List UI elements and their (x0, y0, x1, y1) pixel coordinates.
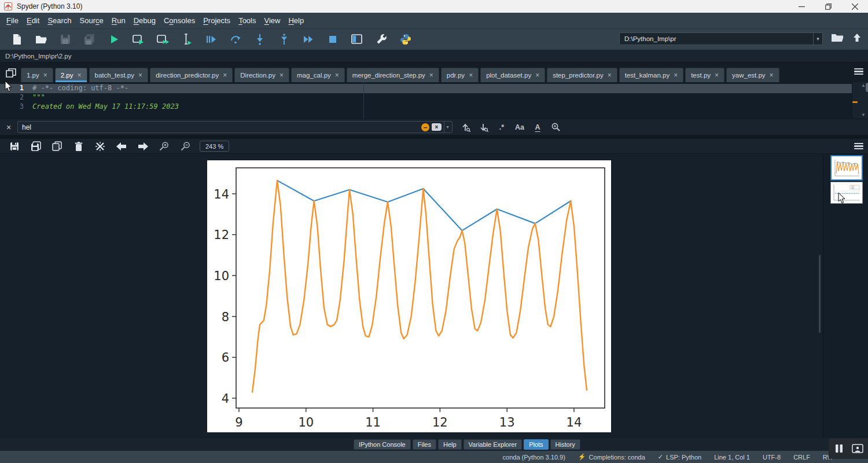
stop-icon[interactable] (321, 31, 345, 48)
remove-plot-icon[interactable] (68, 139, 89, 153)
menu-item[interactable]: Search (43, 14, 75, 27)
copy-plot-icon[interactable] (46, 139, 68, 153)
step-into-icon[interactable] (248, 31, 272, 48)
clear-search-icon[interactable]: × (432, 123, 442, 131)
close-tab-icon[interactable]: × (674, 72, 678, 79)
next-plot-icon[interactable] (132, 139, 153, 153)
close-tab-icon[interactable]: × (715, 72, 719, 79)
editor-tab[interactable]: merge_direction_step.py × (347, 68, 439, 82)
plots-scrollbar[interactable] (819, 255, 821, 333)
scroll-up-icon[interactable]: ▲ (861, 82, 866, 89)
search-history-dropdown-icon[interactable]: ▾ (444, 122, 451, 133)
close-button[interactable] (841, 0, 868, 13)
close-find-icon[interactable]: × (0, 123, 17, 132)
editor-tab[interactable]: 2.py × (55, 68, 87, 82)
minimize-button[interactable] (788, 0, 815, 13)
run-selection-icon[interactable] (175, 31, 199, 48)
zoom-out-icon[interactable] (175, 139, 196, 153)
save-all-plots-icon[interactable] (25, 139, 46, 153)
run-file-icon[interactable] (102, 31, 126, 48)
editor-tab-label: yaw_est.py (732, 72, 766, 79)
menu-item[interactable]: Help (284, 14, 308, 27)
editor-options-menu-icon[interactable] (854, 68, 863, 75)
scrollbar-thumb[interactable] (866, 83, 868, 92)
close-tab-icon[interactable]: × (223, 72, 227, 79)
search-input[interactable] (18, 123, 421, 131)
find-in-files-icon[interactable] (549, 122, 562, 133)
case-sensitive-toggle[interactable]: Aa (513, 122, 526, 133)
python-env-icon[interactable] (393, 31, 418, 48)
close-tab-icon[interactable]: × (279, 72, 284, 79)
webcam-icon[interactable] (850, 441, 865, 456)
menu-item[interactable]: Consoles (160, 14, 199, 27)
plot-thumbnail-selected[interactable] (830, 155, 863, 181)
remove-all-plots-icon[interactable] (89, 139, 111, 153)
save-all-icon[interactable] (78, 31, 102, 48)
editor-tab[interactable]: yaw_est.py × (726, 68, 779, 82)
editor-tab[interactable]: mag_cal.py × (291, 68, 345, 82)
menu-item[interactable]: View (260, 14, 284, 27)
menu-item[interactable]: File (2, 14, 23, 27)
zoom-in-icon[interactable] (153, 139, 175, 153)
pane-tab[interactable]: Plots (524, 439, 548, 450)
menu-item[interactable]: Projects (199, 14, 234, 27)
editor-tab[interactable]: Direction.py × (234, 68, 289, 82)
close-tab-icon[interactable]: × (608, 72, 612, 79)
parent-directory-icon[interactable] (852, 32, 862, 45)
restore-button[interactable] (815, 0, 841, 13)
pane-tab[interactable]: Help (438, 439, 462, 450)
run-cell-icon[interactable] (126, 31, 150, 48)
browse-directory-icon[interactable] (831, 32, 844, 45)
close-tab-icon[interactable]: × (138, 72, 142, 79)
editor-tab[interactable]: step_predictor.py × (547, 68, 617, 82)
close-tab-icon[interactable]: × (335, 72, 339, 79)
menu-item[interactable]: Edit (23, 14, 43, 27)
editor-tab[interactable]: plot_dataset.py × (480, 68, 545, 82)
close-tab-icon[interactable]: × (429, 72, 433, 79)
pane-tab[interactable]: Files (413, 439, 436, 450)
plots-options-menu-icon[interactable] (854, 143, 863, 149)
step-out-icon[interactable] (272, 31, 296, 48)
find-next-icon[interactable] (477, 122, 490, 133)
menu-item[interactable]: Run (108, 14, 130, 27)
pane-splitter[interactable] (0, 135, 868, 139)
close-tab-icon[interactable]: × (43, 72, 47, 79)
find-previous-icon[interactable] (459, 122, 472, 133)
menu-item[interactable]: Debug (130, 14, 160, 27)
whole-words-toggle[interactable]: A (531, 122, 544, 133)
pause-icon[interactable] (832, 441, 847, 456)
pane-tab[interactable]: Variable Explorer (464, 439, 523, 450)
chevron-down-icon[interactable]: ▾ (813, 33, 822, 45)
debug-file-icon[interactable] (199, 31, 223, 48)
editor-scrollbar[interactable]: ▲ ▼ (859, 82, 868, 119)
code-editor[interactable]: 1 # -*- coding: utf-8 -*- 2 """ 3 Create… (0, 82, 868, 119)
continue-execution-icon[interactable] (296, 31, 321, 48)
scroll-down-icon[interactable]: ▼ (861, 112, 866, 119)
pane-tab[interactable]: History (550, 439, 580, 450)
editor-tab[interactable]: pdr.py × (441, 68, 479, 82)
menu-item[interactable]: Tools (234, 14, 260, 27)
new-file-icon[interactable] (5, 31, 29, 48)
pane-tab[interactable]: IPython Console (354, 439, 411, 450)
editor-tab[interactable]: test.py × (685, 68, 724, 82)
close-tab-icon[interactable]: × (535, 72, 539, 79)
maximize-pane-icon[interactable] (345, 31, 369, 48)
editor-tab[interactable]: 1.py × (21, 68, 53, 82)
close-tab-icon[interactable]: × (78, 72, 82, 79)
working-directory-combo[interactable]: D:\Python_Imp\pr ▾ (619, 32, 823, 45)
editor-tab[interactable]: direction_predictor.py × (150, 68, 233, 82)
close-tab-icon[interactable]: × (469, 72, 473, 79)
menu-item[interactable]: Source (76, 14, 108, 27)
preferences-icon[interactable] (369, 31, 393, 48)
run-cell-advance-icon[interactable] (150, 31, 175, 48)
open-file-icon[interactable] (29, 31, 53, 48)
close-tab-icon[interactable]: × (770, 72, 774, 79)
editor-tab[interactable]: batch_test.py × (89, 68, 148, 82)
editor-tab[interactable]: test_kalman.py × (619, 68, 683, 82)
step-over-icon[interactable] (223, 31, 248, 48)
browse-tabs-icon[interactable] (2, 65, 20, 80)
save-plot-icon[interactable] (3, 139, 25, 153)
regex-toggle[interactable]: .* (495, 122, 508, 133)
save-file-icon[interactable] (53, 31, 78, 48)
previous-plot-icon[interactable] (111, 139, 132, 153)
